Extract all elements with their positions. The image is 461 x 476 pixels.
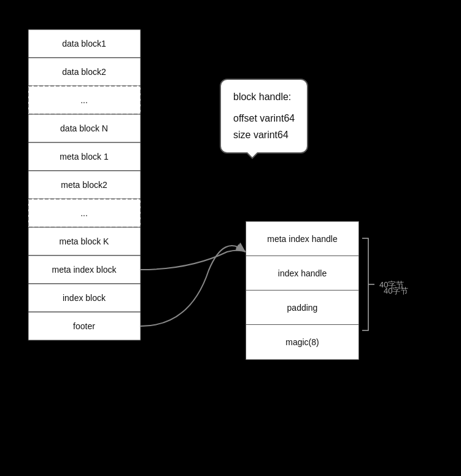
svg-text:index block: index block: [63, 293, 106, 303]
svg-rect-6: [28, 114, 141, 142]
svg-overlay: data block1 data block2 ... data block N…: [0, 0, 461, 476]
detail-row-meta-index: meta index handle: [246, 222, 358, 256]
svg-text:data block2: data block2: [62, 67, 106, 77]
label-40bytes: 40字节: [384, 286, 408, 297]
svg-rect-12: [28, 199, 141, 227]
svg-text:...: ...: [80, 95, 88, 105]
svg-rect-20: [28, 312, 141, 340]
detail-row-index: index handle: [246, 256, 358, 291]
speech-bubble: block handle: offset varint64 size varin…: [220, 79, 308, 154]
svg-rect-0: [28, 29, 141, 58]
diagram: block handle: offset varint64 size varin…: [0, 0, 461, 476]
svg-text:meta block2: meta block2: [61, 180, 107, 190]
svg-rect-8: [28, 142, 141, 171]
svg-text:meta block K: meta block K: [60, 236, 110, 246]
bubble-line1: offset varint64: [233, 110, 295, 127]
bubble-line2: size varint64: [233, 127, 295, 143]
svg-rect-14: [28, 227, 141, 256]
bubble-title: block handle:: [233, 88, 295, 105]
svg-rect-16: [28, 256, 141, 284]
svg-text:data block1: data block1: [62, 39, 106, 49]
svg-text:meta index block: meta index block: [52, 265, 117, 275]
svg-text:footer: footer: [73, 321, 95, 331]
svg-rect-2: [28, 58, 141, 86]
svg-text:meta block 1: meta block 1: [60, 152, 109, 162]
svg-rect-10: [28, 171, 141, 199]
svg-rect-4: [28, 86, 141, 114]
detail-row-magic: magic(8): [246, 325, 358, 359]
svg-rect-18: [28, 284, 141, 312]
svg-text:...: ...: [80, 208, 88, 218]
svg-text:data block N: data block N: [60, 123, 108, 133]
detail-box: meta index handle index handle padding m…: [246, 221, 359, 360]
detail-row-padding: padding: [246, 291, 358, 325]
